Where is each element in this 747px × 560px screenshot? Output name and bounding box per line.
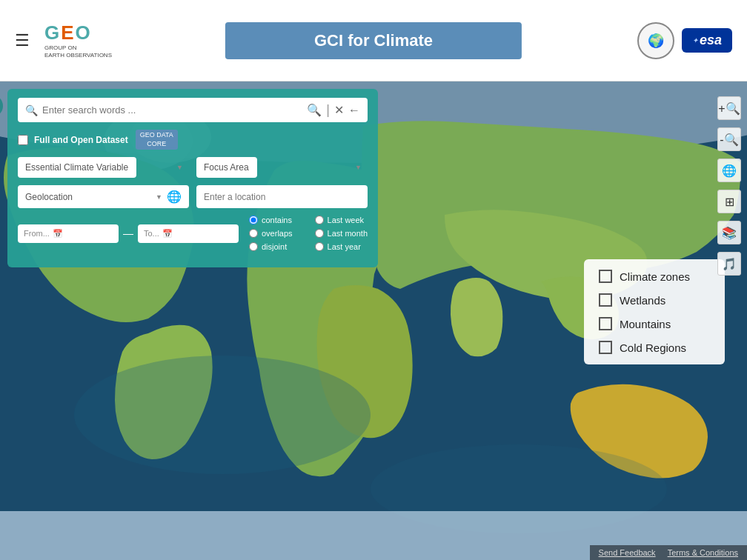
full-open-dataset-checkbox[interactable] (18, 135, 28, 145)
calendar-to-icon[interactable]: 📅 (162, 229, 173, 239)
wetlands-item: Wetlands (599, 293, 710, 307)
right-logos: 🌍 ✦ esa (637, 22, 732, 59)
search-submit-icon[interactable]: 🔍 (307, 103, 322, 117)
geo-data-badge: GEO DATA CORE (136, 130, 178, 150)
date-to: To... 📅 (138, 224, 239, 243)
geolocation-select[interactable]: Geolocation (25, 192, 156, 202)
radio-last-week-label: Last week (328, 216, 365, 224)
geo-subtext: GROUP ONEARTH OBSERVATIONS (44, 44, 112, 60)
radio-disjoint-input[interactable] (249, 242, 258, 251)
radio-last-week-input[interactable] (315, 216, 324, 224)
search-row: 🔍 🔍 | ✕ ← (18, 98, 368, 122)
focus-area-select-wrapper: Focus Area (196, 157, 368, 178)
radio-overlaps-input[interactable] (249, 229, 258, 238)
wetlands-label: Wetlands (620, 294, 665, 307)
right-panel: Climate zones Wetlands Mountains Cold Re… (584, 259, 725, 364)
radio-last-year-label: Last year (328, 242, 361, 251)
geo-e: E (61, 21, 73, 44)
radio-last-month-label: Last month (328, 229, 368, 238)
ecv-select-wrapper: Essential Climate Variable (18, 157, 189, 178)
cold-regions-label: Cold Regions (620, 341, 686, 354)
location-input[interactable] (196, 185, 368, 208)
radio-last-week[interactable]: Last week (315, 216, 368, 224)
radio-last-year[interactable]: Last year (315, 242, 368, 251)
globe-icon[interactable]: 🌐 (167, 190, 182, 204)
layers-button[interactable]: 📚 (717, 221, 741, 244)
search-actions: 🔍 | ✕ ← (307, 102, 360, 118)
bottom-bar: Send Feedback Terms & Conditions (590, 545, 747, 560)
send-feedback-link[interactable]: Send Feedback (599, 548, 656, 557)
geo-logo: G E O GROUP ONEARTH OBSERVATIONS (44, 21, 112, 60)
climate-zones-item: Climate zones (599, 270, 710, 283)
geo-chevron-icon: ▼ (156, 193, 162, 201)
globe-button[interactable]: 🌐 (717, 159, 741, 182)
terms-link[interactable]: Terms & Conditions (668, 548, 738, 557)
radio-contains[interactable]: contains (249, 216, 293, 224)
radio-overlaps-label: overlaps (262, 229, 293, 238)
mountains-item: Mountains (599, 317, 710, 330)
radio-last-month-input[interactable] (315, 229, 324, 238)
full-open-dataset-row: Full and Open Dataset GEO DATA CORE (18, 130, 368, 150)
geo-logo-area: G E O GROUP ONEARTH OBSERVATIONS (44, 21, 112, 60)
zoom-in-button[interactable]: +🔍 (717, 96, 741, 120)
search-input[interactable] (42, 104, 307, 116)
geo-g: G (44, 21, 59, 44)
date-separator: — (123, 227, 133, 239)
radio-contains-label: contains (262, 216, 292, 224)
radio-last-month[interactable]: Last month (315, 229, 368, 238)
radio-contains-input[interactable] (249, 216, 258, 224)
mountains-label: Mountains (620, 318, 671, 330)
ecv-select[interactable]: Essential Climate Variable (18, 157, 136, 178)
filter-dropdowns: Essential Climate Variable Focus Area (18, 157, 368, 178)
date-from: From... 📅 (18, 224, 119, 243)
svg-point-3 (74, 356, 371, 474)
focus-area-select[interactable]: Focus Area (196, 157, 257, 178)
right-toolbar: +🔍 -🔍 🌐 ⊞ 📚 🎵 (717, 96, 741, 276)
back-icon[interactable]: ← (348, 104, 360, 117)
radio-col-2: Last week Last month Last year (315, 216, 368, 251)
zoom-out-button[interactable]: -🔍 (717, 127, 741, 151)
climate-zones-label: Climate zones (620, 270, 690, 283)
top-bar: ☰ G E O GROUP ONEARTH OBSERVATIONS GCI f… (0, 0, 747, 81)
mountains-checkbox[interactable] (599, 317, 612, 330)
geo-badge-line1: GEO DATA (140, 131, 173, 140)
from-label: From... (24, 229, 50, 238)
esa-logo: ✦ esa (682, 28, 732, 53)
wetlands-checkbox[interactable] (599, 293, 612, 307)
radio-disjoint[interactable]: disjoint (249, 242, 293, 251)
geo-badge-line2: CORE (140, 140, 173, 149)
esa-text: esa (700, 33, 722, 48)
search-panel: ☰ 🔍 🔍 | ✕ ← Full and Open Dataset GEO DA… (7, 89, 378, 267)
ceos-logo: 🌍 (637, 22, 674, 59)
full-open-label: Full and Open Dataset (34, 135, 128, 145)
grid-button[interactable]: ⊞ (717, 190, 741, 213)
radio-last-year-input[interactable] (315, 242, 324, 251)
divider: | (326, 102, 330, 118)
search-icon[interactable]: 🔍 (25, 104, 38, 116)
radio-disjoint-label: disjoint (262, 242, 287, 251)
cold-regions-item: Cold Regions (599, 341, 710, 354)
esa-star: ✦ (692, 36, 698, 44)
map-area: ☰ 🔍 🔍 | ✕ ← Full and Open Dataset GEO DA… (0, 81, 747, 560)
settings-button[interactable]: 🎵 (717, 252, 741, 276)
cold-regions-checkbox[interactable] (599, 341, 612, 354)
to-label: To... (144, 229, 159, 238)
geolocation-wrapper: Geolocation ▼ 🌐 (18, 185, 189, 208)
geo-o: O (76, 21, 90, 44)
radio-col-1: contains overlaps disjoint (249, 216, 293, 251)
date-row: From... 📅 — To... 📅 contains overlaps (18, 216, 368, 251)
radio-overlaps[interactable]: overlaps (249, 229, 293, 238)
geo-row: Geolocation ▼ 🌐 (18, 185, 368, 208)
radio-section: contains overlaps disjoint Last week (249, 216, 368, 251)
calendar-icon[interactable]: 📅 (53, 229, 63, 239)
climate-zones-checkbox[interactable] (599, 270, 612, 283)
close-icon[interactable]: ✕ (334, 103, 344, 117)
hamburger-menu[interactable]: ☰ (15, 31, 30, 50)
page-title: GCI for Climate (225, 22, 522, 59)
